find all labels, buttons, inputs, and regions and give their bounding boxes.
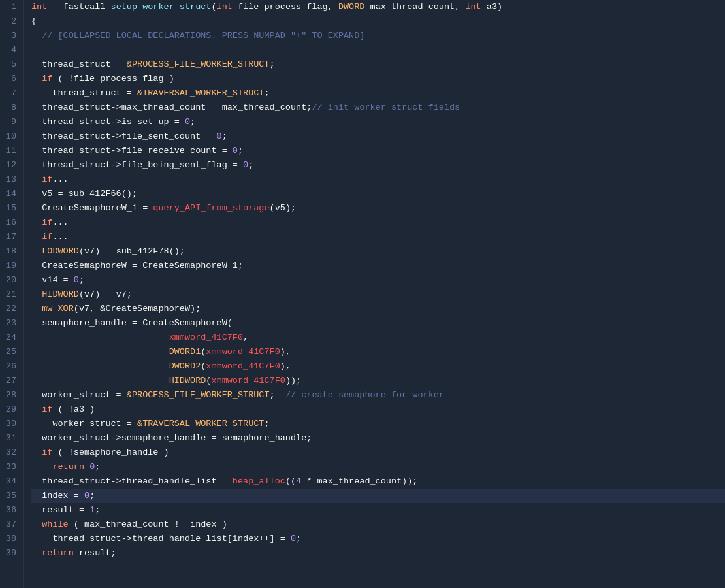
white-token: ; bbox=[222, 131, 227, 141]
white-token: CreateSemaphoreW_1 = bbox=[31, 203, 153, 213]
code-line: result = 1; bbox=[31, 503, 725, 517]
white-token: thread_struct->thread_handle_list[index+… bbox=[31, 534, 291, 544]
line-number: 20 bbox=[5, 273, 16, 287]
code-line: LODWORD(v7) = sub_412F78(); bbox=[31, 244, 725, 259]
code-line: if ( !file_process_flag ) bbox=[31, 72, 725, 86]
white-token: thread_struct->thread_handle_list = bbox=[31, 476, 233, 486]
white-token: thread_struct = bbox=[31, 59, 127, 69]
white-token bbox=[31, 74, 42, 84]
code-line: thread_struct->file_receive_count = 0; bbox=[31, 144, 725, 158]
white-token: thread_struct->file_sent_count = bbox=[31, 131, 217, 141]
code-line: xmmword_41C7F0, bbox=[31, 331, 725, 345]
line-number: 25 bbox=[5, 345, 16, 359]
num-token: 0 bbox=[74, 275, 79, 285]
white-token: ; bbox=[270, 390, 285, 400]
white-token: result; bbox=[74, 548, 116, 558]
line-number: 35 bbox=[5, 489, 16, 503]
num-token: 0 bbox=[217, 131, 222, 141]
white-token bbox=[31, 347, 169, 357]
num-token: 0 bbox=[291, 534, 296, 544]
code-line: { bbox=[31, 14, 725, 29]
line-number: 28 bbox=[5, 388, 16, 402]
line-number: 8 bbox=[5, 101, 16, 115]
code-line: thread_struct->is_set_up = 0; bbox=[31, 115, 725, 129]
code-line: thread_struct = &PROCESS_FILE_WORKER_STR… bbox=[31, 57, 725, 72]
white-token: worker_struct = bbox=[31, 390, 127, 400]
code-line bbox=[31, 43, 725, 57]
red-var-token: xmmword_41C7F0 bbox=[169, 333, 243, 342]
white-token: * max_thread_count)); bbox=[301, 476, 417, 486]
white-token: thread_struct->file_being_sent_flag = bbox=[31, 160, 243, 170]
code-line: return result; bbox=[31, 546, 725, 561]
orange-token: HIDWORD bbox=[169, 376, 206, 385]
white-token: thread_struct->file_receive_count = bbox=[31, 146, 233, 155]
white-token bbox=[31, 304, 42, 314]
white-token: ; bbox=[238, 146, 243, 155]
red-var-token: xmmword_41C7F0 bbox=[206, 347, 280, 357]
white-token: , bbox=[243, 333, 248, 342]
line-number: 1 bbox=[5, 0, 16, 14]
cmt-token: // init worker struct fields bbox=[312, 103, 460, 112]
line-number: 14 bbox=[5, 187, 16, 201]
kw-token: if bbox=[42, 448, 52, 457]
code-editor: 1234567891011121314151617181920212223242… bbox=[0, 0, 725, 588]
white-token: )); bbox=[285, 376, 301, 385]
line-number: 3 bbox=[5, 29, 16, 43]
white-token: ... bbox=[52, 232, 68, 242]
white-token: ; bbox=[95, 462, 100, 472]
line-number: 36 bbox=[5, 503, 16, 517]
white-token: index = bbox=[31, 491, 84, 500]
white-token: (v5); bbox=[270, 203, 297, 213]
code-line: CreateSemaphoreW_1 = query_API_from_stor… bbox=[31, 201, 725, 216]
line-number-column: 1234567891011121314151617181920212223242… bbox=[0, 0, 24, 588]
code-line: CreateSemaphoreW = CreateSemaphoreW_1; bbox=[31, 259, 725, 273]
white-token: v14 = bbox=[31, 275, 74, 285]
kw-token: int bbox=[465, 2, 481, 12]
kw-token: while bbox=[42, 519, 69, 529]
line-number: 38 bbox=[5, 532, 16, 546]
white-token: a3) bbox=[481, 2, 502, 12]
line-number: 11 bbox=[5, 144, 16, 158]
line-number: 9 bbox=[5, 115, 16, 129]
red-var-token: xmmword_41C7F0 bbox=[211, 376, 285, 385]
white-token bbox=[31, 333, 169, 342]
white-token: thread_struct = bbox=[31, 88, 137, 98]
fn-token: setup_worker_struct bbox=[111, 2, 212, 12]
code-line: thread_struct->file_being_sent_flag = 0; bbox=[31, 158, 725, 172]
white-token: (v7) = v7; bbox=[79, 289, 132, 299]
line-number: 37 bbox=[5, 517, 16, 532]
white-token: __fastcall bbox=[47, 2, 110, 12]
line-number: 27 bbox=[5, 374, 16, 388]
code-line: return 0; bbox=[31, 460, 725, 474]
code-line: v14 = 0; bbox=[31, 273, 725, 287]
white-token: ; bbox=[190, 117, 195, 127]
white-token: ; bbox=[264, 419, 269, 429]
orange-token: mw_XOR bbox=[42, 304, 74, 314]
kw-token: if bbox=[42, 218, 52, 227]
white-token: ( !file_process_flag ) bbox=[52, 74, 174, 84]
line-number: 29 bbox=[5, 402, 16, 417]
num-token: 0 bbox=[243, 160, 248, 170]
orange-token: DWORD bbox=[338, 2, 365, 12]
white-token: ), bbox=[280, 361, 291, 371]
white-token: ( bbox=[211, 2, 216, 12]
white-token: (v7, &CreateSemaphoreW); bbox=[74, 304, 201, 314]
code-line: if... bbox=[31, 172, 725, 187]
orange-token: HIDWORD bbox=[42, 289, 79, 299]
code-line: thread_struct->file_sent_count = 0; bbox=[31, 129, 725, 144]
white-token: ), bbox=[280, 347, 291, 357]
line-number: 15 bbox=[5, 201, 16, 216]
line-number: 6 bbox=[5, 72, 16, 86]
line-number: 21 bbox=[5, 287, 16, 302]
code-content[interactable]: int __fastcall setup_worker_struct(int f… bbox=[24, 0, 725, 588]
white-token: worker_struct = bbox=[31, 419, 137, 429]
white-token: thread_struct->max_thread_count = max_th… bbox=[31, 103, 312, 112]
code-line: thread_struct->max_thread_count = max_th… bbox=[31, 101, 725, 115]
code-line: if... bbox=[31, 230, 725, 244]
code-line: worker_struct = &TRAVERSAL_WORKER_STRUCT… bbox=[31, 417, 725, 431]
white-token bbox=[31, 218, 42, 227]
line-number: 17 bbox=[5, 230, 16, 244]
kw-token: return bbox=[52, 462, 84, 472]
white-token: (( bbox=[285, 476, 296, 486]
line-number: 12 bbox=[5, 158, 16, 172]
